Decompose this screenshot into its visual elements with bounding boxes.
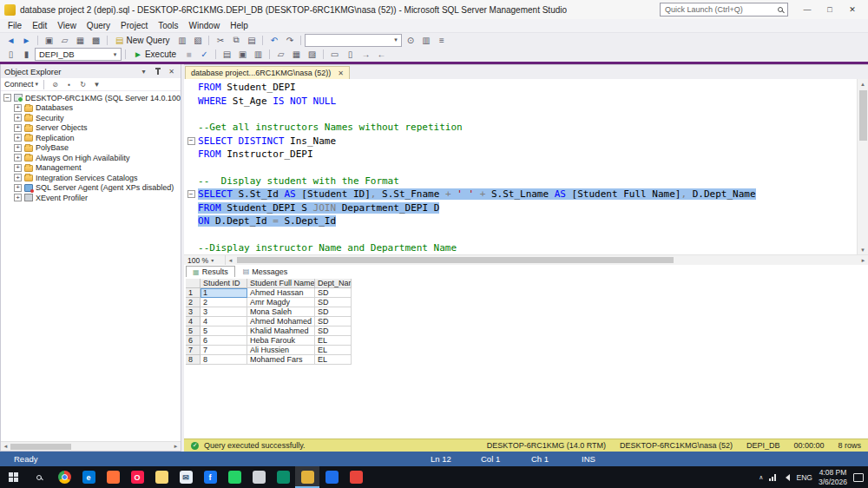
- expand-icon[interactable]: +: [14, 164, 22, 172]
- grid-cell[interactable]: EL: [315, 336, 352, 346]
- grid-corner-cell[interactable]: [186, 279, 201, 288]
- expand-icon[interactable]: +: [14, 154, 22, 162]
- tab-results[interactable]: ▦ Results: [186, 266, 235, 277]
- taskbar-icon-browser[interactable]: [344, 466, 368, 488]
- menu-edit[interactable]: Edit: [27, 19, 52, 32]
- tree-item[interactable]: +Always On High Availability: [1, 153, 181, 163]
- window-position-icon[interactable]: ▾: [138, 68, 149, 76]
- scrollbar-thumb[interactable]: [859, 90, 867, 141]
- new-analysis-query[interactable]: ▧: [190, 34, 205, 47]
- grid-cell[interactable]: Heba Farouk: [247, 336, 315, 346]
- code-line[interactable]: −SELECT S.St_Id AS [Student ID], S.St_Fn…: [184, 188, 857, 201]
- taskbar-icon-edge[interactable]: e: [76, 466, 101, 488]
- menu-file[interactable]: File: [3, 19, 27, 32]
- fold-collapse-icon[interactable]: −: [187, 190, 195, 198]
- grid-column-header[interactable]: Dept_Name: [315, 279, 352, 288]
- intellisense-enabled[interactable]: ▥: [251, 48, 266, 61]
- code-line[interactable]: [184, 161, 857, 174]
- toolbar-combobox[interactable]: ▾: [305, 34, 402, 47]
- tree-item[interactable]: +Server Objects: [1, 123, 181, 134]
- menu-project[interactable]: Project: [115, 19, 153, 32]
- code-line[interactable]: −SELECT DISTINCT Ins_Name: [184, 135, 857, 148]
- grid-cell[interactable]: Ahmed Mohamed: [247, 317, 315, 326]
- tab-messages[interactable]: ▤ Messages: [237, 266, 294, 277]
- taskbar-icon-whatsapp[interactable]: [222, 466, 247, 488]
- start-button[interactable]: [0, 466, 26, 488]
- collapse-icon[interactable]: −: [3, 94, 11, 102]
- grid-cell[interactable]: 2: [201, 298, 247, 307]
- parse-query[interactable]: ✓: [197, 48, 212, 61]
- cancel-query[interactable]: ■: [181, 48, 196, 61]
- minimize-button[interactable]: —: [796, 1, 819, 18]
- cut[interactable]: ✂: [213, 34, 227, 47]
- scroll-right-icon[interactable]: ►: [858, 258, 868, 263]
- scroll-up-icon[interactable]: ▲: [858, 79, 868, 89]
- connect-database[interactable]: ▯: [3, 48, 18, 61]
- tab-close-icon[interactable]: ✕: [338, 69, 344, 77]
- grid-cell[interactable]: SD: [315, 326, 352, 336]
- comment-selection[interactable]: ▭: [327, 48, 342, 61]
- taskbar-icon-chrome[interactable]: [52, 466, 76, 488]
- grid-cell[interactable]: 3: [201, 307, 247, 317]
- copy[interactable]: ⧉: [228, 34, 243, 47]
- grid-cell[interactable]: Mohamed Fars: [247, 355, 315, 365]
- menu-help[interactable]: Help: [225, 19, 253, 32]
- display-estimated-plan[interactable]: ▤: [220, 48, 234, 61]
- maximize-button[interactable]: □: [819, 1, 841, 18]
- speaker-icon[interactable]: [782, 474, 790, 481]
- grid-cell[interactable]: SD: [315, 307, 352, 317]
- code-area[interactable]: FROM Student_DEPIWHERE St_Age IS NOT NUL…: [184, 81, 857, 254]
- action-center-icon[interactable]: [853, 473, 864, 482]
- code-line[interactable]: [184, 228, 857, 241]
- document-tab[interactable]: database project...6RC1KMG\nasa (52)) ✕: [185, 66, 350, 79]
- taskbar-icon-photos[interactable]: [319, 466, 344, 488]
- scroll-right-icon[interactable]: ►: [171, 444, 181, 449]
- code-line[interactable]: FROM Instructor_DEPI: [184, 148, 857, 161]
- tree-item[interactable]: +Integration Services Catalogs: [1, 173, 181, 183]
- taskbar-icon-store[interactable]: [271, 466, 295, 488]
- find[interactable]: ⊙: [403, 34, 418, 47]
- grid-cell[interactable]: Ali Hussien: [247, 346, 315, 355]
- taskbar-icon-mail[interactable]: ✉: [174, 466, 198, 488]
- grid-row-header[interactable]: 5: [186, 326, 201, 336]
- code-line[interactable]: FROM Student_DEPI: [184, 81, 857, 94]
- code-line[interactable]: -- Display student with the Format: [184, 175, 857, 188]
- query-options[interactable]: ▣: [235, 48, 250, 61]
- language-indicator[interactable]: ENG: [796, 473, 812, 482]
- grid-cell[interactable]: 1: [201, 288, 247, 298]
- code-line[interactable]: --Get all instructors Names without repe…: [184, 121, 857, 134]
- paste[interactable]: ▤: [244, 34, 259, 47]
- new-query-button[interactable]: ▤New Query: [111, 34, 174, 47]
- disconnect-icon[interactable]: ⊘: [49, 81, 61, 89]
- grid-cell[interactable]: Mona Saleh: [247, 307, 315, 317]
- tree-item[interactable]: +XEvent Profiler: [1, 193, 181, 203]
- grid-cell[interactable]: 7: [201, 346, 247, 355]
- tree-item[interactable]: +Databases: [1, 103, 181, 114]
- hidden-icons-chevron-icon[interactable]: ∧: [759, 474, 763, 481]
- expand-icon[interactable]: +: [14, 134, 22, 142]
- stop-icon[interactable]: ▪: [63, 81, 75, 89]
- code-line[interactable]: WHERE St_Age IS NOT NULL: [184, 94, 857, 107]
- close-button[interactable]: ✕: [841, 1, 864, 18]
- grid-cell[interactable]: SD: [315, 288, 352, 298]
- grid-row-header[interactable]: 4: [186, 317, 201, 326]
- nav-backward[interactable]: ◄: [3, 34, 18, 47]
- grid-cell[interactable]: 4: [201, 317, 247, 326]
- grid-row-header[interactable]: 1: [186, 288, 201, 298]
- code-line[interactable]: ON D.Dept_Id = S.Dept_Id: [184, 214, 857, 228]
- save[interactable]: ▦: [73, 34, 88, 47]
- nav-forward[interactable]: ►: [19, 34, 34, 47]
- expand-icon[interactable]: +: [14, 114, 22, 122]
- grid-cell[interactable]: SD: [315, 317, 352, 326]
- network-icon[interactable]: [769, 474, 776, 481]
- taskbar-icon-facebook[interactable]: f: [198, 466, 222, 488]
- open-file[interactable]: ▱: [57, 34, 72, 47]
- grid-cell[interactable]: 6: [201, 336, 247, 346]
- change-connection[interactable]: ▮: [19, 48, 34, 61]
- scroll-left-icon[interactable]: ◄: [1, 444, 10, 449]
- scroll-left-icon[interactable]: ◄: [226, 258, 235, 263]
- menu-window[interactable]: Window: [184, 19, 226, 32]
- taskbar-search-button[interactable]: [26, 466, 52, 488]
- pin-icon[interactable]: [152, 68, 163, 76]
- tree-item[interactable]: +Replication: [1, 133, 181, 143]
